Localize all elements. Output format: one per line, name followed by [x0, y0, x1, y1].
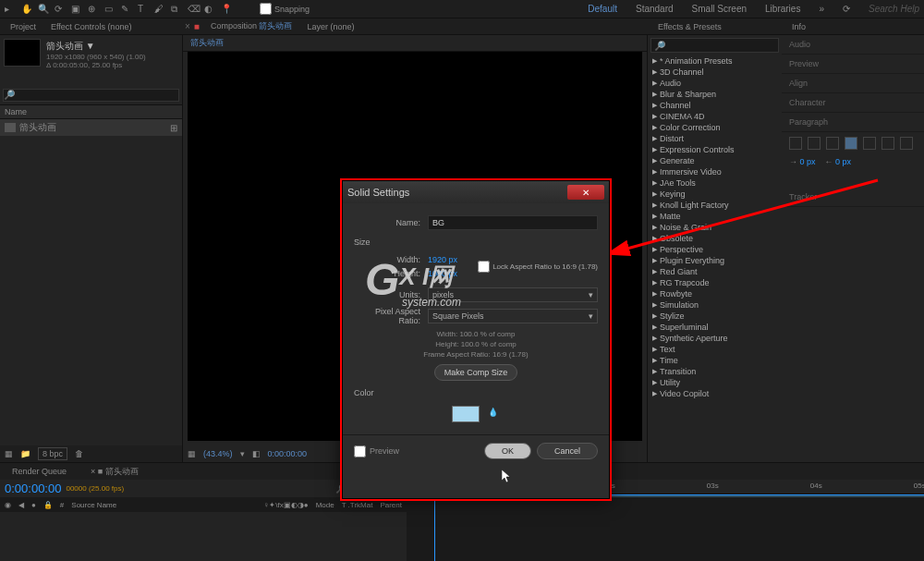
- layer-tab[interactable]: Layer (none): [299, 20, 361, 33]
- effect-category[interactable]: Immersive Video: [648, 166, 782, 177]
- effect-category[interactable]: Stylize: [648, 311, 782, 322]
- effect-category[interactable]: CINEMA 4D: [648, 111, 782, 122]
- justify-last-center-icon[interactable]: [863, 137, 876, 150]
- source-name-header[interactable]: Source Name: [71, 501, 116, 509]
- hand-tool-icon[interactable]: ✋: [21, 4, 32, 15]
- rotate-tool-icon[interactable]: ⟳: [55, 4, 66, 15]
- effect-category[interactable]: Generate: [648, 155, 782, 166]
- audio-panel-header[interactable]: Audio: [782, 35, 924, 55]
- effect-category[interactable]: Time: [648, 355, 782, 366]
- tracker-panel-header[interactable]: Tracker: [782, 188, 924, 207]
- zoom-tool-icon[interactable]: 🔍: [38, 4, 49, 15]
- grid-icon[interactable]: ▦: [188, 449, 196, 458]
- audio-column-icon[interactable]: ◀: [18, 501, 24, 509]
- justify-last-left-icon[interactable]: [845, 137, 857, 150]
- effect-category[interactable]: 3D Channel: [648, 67, 782, 78]
- puppet-tool-icon[interactable]: 📍: [221, 4, 232, 15]
- current-timecode[interactable]: 0:00:00:00: [5, 482, 61, 495]
- effect-category[interactable]: Perspective: [648, 244, 782, 255]
- effect-category[interactable]: Noise & Grain: [648, 222, 782, 233]
- height-value[interactable]: 1080 px: [428, 269, 457, 278]
- clone-tool-icon[interactable]: ⧉: [171, 4, 182, 15]
- shape-tool-icon[interactable]: ▭: [104, 4, 116, 15]
- width-value[interactable]: 1920 px: [428, 255, 457, 264]
- resolution-icon[interactable]: ▾: [240, 449, 245, 458]
- workspace-default[interactable]: Default: [588, 4, 617, 14]
- effect-category[interactable]: Transition: [648, 366, 782, 377]
- effect-controls-tab[interactable]: Effect Controls (none): [43, 20, 139, 33]
- channel-icon[interactable]: ◧: [252, 449, 261, 458]
- trkmat-header[interactable]: T .TrkMat: [342, 501, 373, 509]
- solo-column-icon[interactable]: ●: [31, 501, 36, 509]
- brush-tool-icon[interactable]: 🖌: [154, 4, 165, 15]
- composition-tab[interactable]: Composition 箭头动画: [203, 18, 300, 34]
- sync-icon[interactable]: ⟳: [843, 4, 850, 14]
- bpc-toggle[interactable]: 8 bpc: [38, 447, 67, 460]
- align-panel-header[interactable]: Align: [782, 74, 924, 93]
- align-left-icon[interactable]: [789, 137, 802, 150]
- ok-button[interactable]: OK: [484, 443, 531, 459]
- color-swatch[interactable]: [452, 406, 480, 422]
- project-item-comp[interactable]: 箭头动画 ⊞: [0, 119, 182, 136]
- preview-checkbox[interactable]: Preview: [354, 445, 399, 457]
- flowchart-icon[interactable]: ⊞: [170, 123, 177, 133]
- pan-behind-tool-icon[interactable]: ⊕: [88, 4, 99, 15]
- effect-category[interactable]: Knoll Light Factory: [648, 200, 782, 211]
- trash-icon[interactable]: 🗑: [75, 449, 83, 458]
- viewer-time[interactable]: 0:00:00:00: [268, 449, 308, 458]
- lock-aspect-checkbox[interactable]: Lock Aspect Ratio to 16:9 (1.78): [478, 250, 598, 283]
- effect-category[interactable]: Keying: [648, 189, 782, 200]
- make-comp-size-button[interactable]: Make Comp Size: [434, 364, 518, 381]
- project-search[interactable]: 🔎: [3, 89, 179, 102]
- effect-category[interactable]: Synthetic Aperture: [648, 333, 782, 344]
- paragraph-panel-header[interactable]: Paragraph: [782, 113, 924, 132]
- workspace-more-icon[interactable]: »: [819, 4, 824, 14]
- effect-category[interactable]: Utility: [648, 377, 782, 388]
- search-help[interactable]: Search Help: [869, 4, 919, 14]
- effect-category[interactable]: Channel: [648, 100, 782, 111]
- effect-category[interactable]: Plugin Everything: [648, 255, 782, 266]
- workspace-standard[interactable]: Standard: [636, 4, 674, 14]
- mode-header[interactable]: Mode: [316, 501, 334, 509]
- dialog-close-button[interactable]: ✕: [567, 185, 604, 200]
- indent-left-value[interactable]: 0 px: [800, 157, 816, 166]
- eraser-tool-icon[interactable]: ⌫: [188, 4, 199, 15]
- effect-category[interactable]: Expression Controls: [648, 144, 782, 155]
- effects-presets-tab[interactable]: Effects & Presets: [650, 20, 729, 33]
- parent-header[interactable]: Parent: [380, 501, 402, 509]
- effect-category[interactable]: JAe Tools: [648, 177, 782, 189]
- snapping-checkbox[interactable]: [260, 3, 272, 15]
- effect-category[interactable]: Obsolete: [648, 233, 782, 244]
- timeline-comp-tab[interactable]: × ■ 箭头动画: [83, 464, 146, 480]
- effect-category[interactable]: Video Copilot: [648, 388, 782, 399]
- selection-tool-icon[interactable]: ▸: [5, 4, 16, 15]
- workspace-libraries[interactable]: Libraries: [765, 4, 800, 14]
- eye-column-icon[interactable]: ◉: [5, 501, 11, 509]
- cancel-button[interactable]: Cancel: [537, 443, 598, 459]
- project-name-header[interactable]: Name: [0, 104, 182, 119]
- zoom-dropdown[interactable]: (43.4%): [203, 449, 233, 458]
- effect-category[interactable]: Matte: [648, 211, 782, 222]
- workspace-small-screen[interactable]: Small Screen: [692, 4, 747, 14]
- justify-last-right-icon[interactable]: [881, 137, 894, 150]
- comp-breadcrumb[interactable]: 箭头动画: [190, 38, 224, 47]
- effect-category[interactable]: Simulation: [648, 299, 782, 311]
- name-input[interactable]: [428, 215, 598, 230]
- render-queue-tab[interactable]: Render Queue: [5, 465, 74, 478]
- interpret-icon[interactable]: ▦: [5, 449, 13, 458]
- units-dropdown[interactable]: pixels▾: [428, 287, 598, 302]
- lock-column-icon[interactable]: 🔒: [43, 501, 53, 509]
- comp-thumbnail[interactable]: [4, 39, 41, 67]
- effect-category[interactable]: Red Giant: [648, 266, 782, 277]
- type-tool-icon[interactable]: T: [138, 4, 149, 15]
- effect-category[interactable]: Distort: [648, 133, 782, 144]
- project-tab[interactable]: Project: [3, 20, 43, 33]
- pen-tool-icon[interactable]: ✎: [121, 4, 132, 15]
- indent-right-value[interactable]: 0 px: [835, 157, 851, 166]
- justify-all-icon[interactable]: [900, 137, 913, 150]
- preview-panel-header[interactable]: Preview: [782, 55, 924, 74]
- effect-category[interactable]: * Animation Presets: [648, 55, 782, 67]
- effects-search[interactable]: 🔎: [650, 38, 779, 53]
- effect-category[interactable]: Text: [648, 344, 782, 355]
- effect-category[interactable]: Superluminal: [648, 322, 782, 333]
